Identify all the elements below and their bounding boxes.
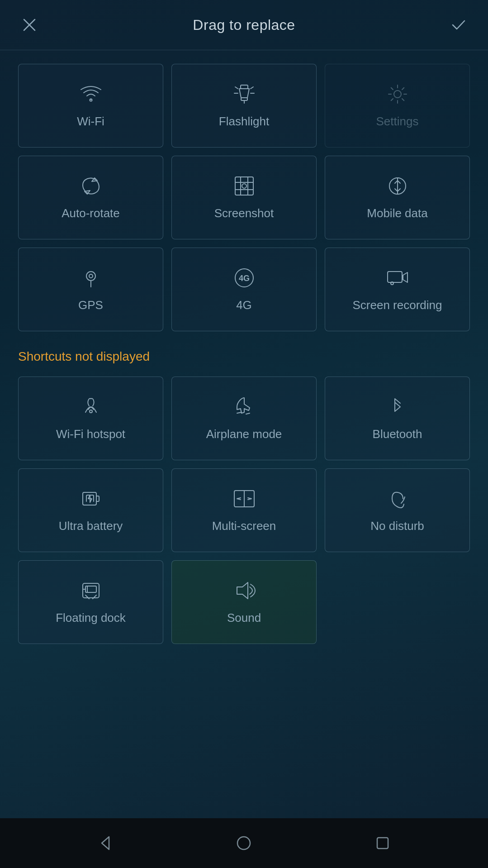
svg-point-38 <box>237 837 250 849</box>
tile-no-disturb-label: No disturb <box>370 519 424 534</box>
tile-screen-recording[interactable]: Screen recording <box>325 248 470 331</box>
screenshot-icon <box>232 174 256 198</box>
battery-icon <box>79 487 103 510</box>
svg-point-11 <box>394 91 401 98</box>
bluetooth-icon <box>386 395 409 419</box>
nodisturb-icon <box>386 487 409 510</box>
autorotate-icon <box>79 174 103 198</box>
home-button[interactable] <box>232 832 255 854</box>
flashlight-icon <box>232 82 256 106</box>
tile-auto-rotate-label: Auto-rotate <box>62 206 120 221</box>
tile-airplane-mode-label: Airplane mode <box>206 427 282 442</box>
svg-point-20 <box>86 272 95 281</box>
svg-point-26 <box>391 282 393 285</box>
svg-point-27 <box>90 410 92 413</box>
tile-bluetooth-label: Bluetooth <box>373 427 422 442</box>
not-displayed-grid: Wi-Fi hotspot Airplane mode Bluetooth <box>18 377 470 644</box>
hotspot-icon <box>79 395 103 419</box>
wifi-icon <box>79 82 103 106</box>
svg-marker-25 <box>403 272 407 282</box>
svg-rect-3 <box>241 85 248 89</box>
tile-gps[interactable]: GPS <box>18 248 163 331</box>
tile-wifi-label: Wi-Fi <box>77 114 104 129</box>
tile-auto-rotate[interactable]: Auto-rotate <box>18 156 163 239</box>
navigation-bar <box>0 818 488 868</box>
not-displayed-label: Shortcuts not displayed <box>18 349 470 364</box>
svg-rect-39 <box>377 838 388 849</box>
mobiledata-icon <box>386 174 409 198</box>
settings-icon <box>386 82 409 106</box>
header: Drag to replace <box>0 0 488 50</box>
tile-wifi[interactable]: Wi-Fi <box>18 64 163 148</box>
svg-rect-12 <box>235 177 253 195</box>
svg-marker-36 <box>237 582 248 599</box>
4g-icon: 4G <box>232 266 256 290</box>
tile-4g-label: 4G <box>236 298 252 313</box>
tile-bluetooth[interactable]: Bluetooth <box>325 377 470 460</box>
tile-flashlight[interactable]: Flashlight <box>171 64 317 148</box>
close-button[interactable] <box>18 14 41 36</box>
confirm-button[interactable] <box>447 14 470 36</box>
displayed-grid: Wi-Fi Flashlight Settings <box>18 64 470 331</box>
tile-wifi-hotspot[interactable]: Wi-Fi hotspot <box>18 377 163 460</box>
gps-icon <box>79 266 103 290</box>
tile-ultra-battery-label: Ultra battery <box>59 519 123 534</box>
tile-screen-recording-label: Screen recording <box>353 298 442 313</box>
recents-button[interactable] <box>371 832 394 854</box>
svg-point-21 <box>89 274 93 278</box>
tile-airplane-mode[interactable]: Airplane mode <box>171 377 317 460</box>
tile-floating-dock-label: Floating dock <box>56 610 126 626</box>
tile-no-disturb[interactable]: No disturb <box>325 468 470 552</box>
back-button[interactable] <box>94 832 117 854</box>
svg-text:4G: 4G <box>238 274 249 283</box>
tile-mobile-data[interactable]: Mobile data <box>325 156 470 239</box>
svg-rect-29 <box>96 496 99 501</box>
header-title: Drag to replace <box>193 17 295 33</box>
tile-multi-screen[interactable]: Multi-screen <box>171 468 317 552</box>
tile-sound[interactable]: Sound <box>171 560 317 644</box>
screenrecording-icon <box>386 266 409 290</box>
svg-rect-24 <box>388 272 402 282</box>
tile-sound-label: Sound <box>227 610 261 626</box>
tile-mobile-data-label: Mobile data <box>367 206 427 221</box>
sound-icon <box>232 579 256 602</box>
airplane-icon <box>232 395 256 419</box>
tile-4g[interactable]: 4G 4G <box>171 248 317 331</box>
tile-gps-label: GPS <box>78 298 103 313</box>
svg-line-7 <box>235 87 238 89</box>
svg-marker-4 <box>239 89 249 98</box>
tile-multi-screen-label: Multi-screen <box>212 519 276 534</box>
multiscreen-icon <box>232 487 256 510</box>
floatingdock-icon <box>79 579 103 602</box>
displayed-tiles-section: Wi-Fi Flashlight Settings <box>0 50 488 345</box>
svg-point-17 <box>242 184 246 188</box>
tile-screenshot-label: Screenshot <box>214 206 274 221</box>
svg-marker-37 <box>102 837 109 849</box>
tile-wifi-hotspot-label: Wi-Fi hotspot <box>56 427 125 442</box>
not-displayed-section: Shortcuts not displayed Wi-Fi hotspot Ai… <box>0 345 488 658</box>
tile-screenshot[interactable]: Screenshot <box>171 156 317 239</box>
tile-flashlight-label: Flashlight <box>219 114 269 129</box>
tile-settings[interactable]: Settings <box>325 64 470 148</box>
tile-floating-dock[interactable]: Floating dock <box>18 560 163 644</box>
tile-ultra-battery[interactable]: Ultra battery <box>18 468 163 552</box>
tile-settings-label: Settings <box>376 114 419 129</box>
svg-line-8 <box>251 87 253 89</box>
